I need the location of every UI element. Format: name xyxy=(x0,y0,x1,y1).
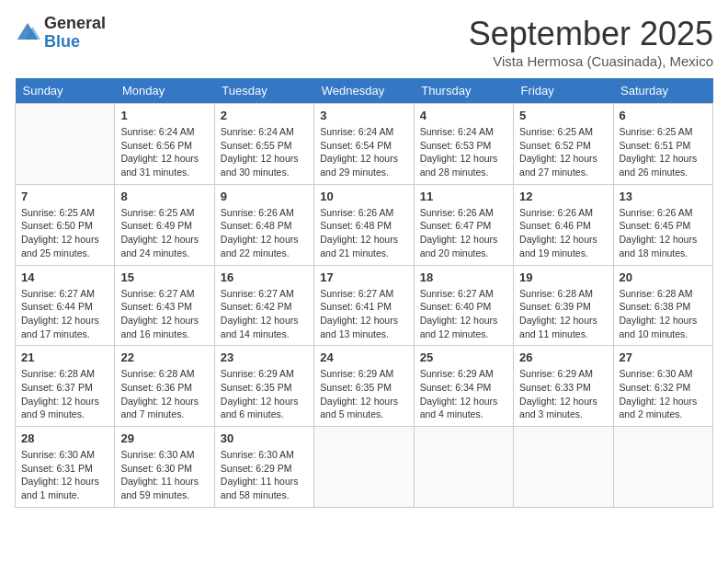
day-number: 4 xyxy=(420,109,507,122)
day-info: Sunrise: 6:29 AM Sunset: 6:35 PM Dayligh… xyxy=(320,367,407,421)
calendar-cell xyxy=(16,104,115,185)
day-number: 13 xyxy=(620,190,707,203)
header-row: SundayMondayTuesdayWednesdayThursdayFrid… xyxy=(16,78,713,104)
day-info: Sunrise: 6:26 AM Sunset: 6:48 PM Dayligh… xyxy=(320,206,407,260)
day-info: Sunrise: 6:30 AM Sunset: 6:30 PM Dayligh… xyxy=(120,448,208,502)
logo-text: General Blue xyxy=(44,15,106,52)
day-number: 3 xyxy=(320,109,407,122)
calendar-cell: 4Sunrise: 6:24 AM Sunset: 6:53 PM Daylig… xyxy=(414,104,513,185)
week-row-1: 7Sunrise: 6:25 AM Sunset: 6:50 PM Daylig… xyxy=(16,184,713,265)
day-info: Sunrise: 6:27 AM Sunset: 6:43 PM Dayligh… xyxy=(120,287,208,341)
day-info: Sunrise: 6:25 AM Sunset: 6:49 PM Dayligh… xyxy=(120,206,208,260)
day-number: 5 xyxy=(519,109,607,122)
day-number: 17 xyxy=(320,270,407,284)
calendar-cell: 29Sunrise: 6:30 AM Sunset: 6:30 PM Dayli… xyxy=(115,427,214,508)
calendar-cell: 12Sunrise: 6:26 AM Sunset: 6:46 PM Dayli… xyxy=(514,184,613,265)
week-row-2: 14Sunrise: 6:27 AM Sunset: 6:44 PM Dayli… xyxy=(16,265,713,346)
month-title: September 2025 xyxy=(469,15,713,53)
week-row-3: 21Sunrise: 6:28 AM Sunset: 6:37 PM Dayli… xyxy=(16,346,713,427)
day-info: Sunrise: 6:28 AM Sunset: 6:39 PM Dayligh… xyxy=(519,287,607,341)
week-row-0: 1Sunrise: 6:24 AM Sunset: 6:56 PM Daylig… xyxy=(16,104,713,185)
calendar-cell: 20Sunrise: 6:28 AM Sunset: 6:38 PM Dayli… xyxy=(613,265,712,346)
header-cell-tuesday: Tuesday xyxy=(214,78,313,104)
logo-general-label: General xyxy=(44,15,106,33)
day-info: Sunrise: 6:26 AM Sunset: 6:45 PM Dayligh… xyxy=(620,206,707,260)
day-number: 7 xyxy=(21,190,108,203)
day-info: Sunrise: 6:24 AM Sunset: 6:55 PM Dayligh… xyxy=(221,125,308,179)
day-info: Sunrise: 6:27 AM Sunset: 6:44 PM Dayligh… xyxy=(21,287,108,341)
logo-icon xyxy=(15,20,40,46)
day-number: 28 xyxy=(21,431,108,445)
calendar-cell: 3Sunrise: 6:24 AM Sunset: 6:54 PM Daylig… xyxy=(314,104,414,185)
day-number: 29 xyxy=(120,431,208,445)
calendar-cell: 26Sunrise: 6:29 AM Sunset: 6:33 PM Dayli… xyxy=(514,346,613,427)
calendar-cell: 6Sunrise: 6:25 AM Sunset: 6:51 PM Daylig… xyxy=(613,104,712,185)
calendar-table: SundayMondayTuesdayWednesdayThursdayFrid… xyxy=(15,78,713,508)
day-number: 25 xyxy=(420,350,507,364)
calendar-cell: 1Sunrise: 6:24 AM Sunset: 6:56 PM Daylig… xyxy=(115,104,214,185)
calendar-cell: 14Sunrise: 6:27 AM Sunset: 6:44 PM Dayli… xyxy=(16,265,115,346)
calendar-cell xyxy=(613,427,712,508)
calendar-cell: 7Sunrise: 6:25 AM Sunset: 6:50 PM Daylig… xyxy=(16,184,115,265)
calendar-cell: 22Sunrise: 6:28 AM Sunset: 6:36 PM Dayli… xyxy=(115,346,214,427)
calendar-cell xyxy=(314,427,414,508)
day-number: 1 xyxy=(120,109,208,122)
day-number: 23 xyxy=(221,350,308,364)
day-number: 16 xyxy=(221,270,308,284)
header-cell-friday: Friday xyxy=(514,78,613,104)
header-cell-thursday: Thursday xyxy=(414,78,513,104)
day-number: 14 xyxy=(21,270,108,284)
day-info: Sunrise: 6:25 AM Sunset: 6:51 PM Dayligh… xyxy=(620,125,707,179)
day-number: 24 xyxy=(320,350,407,364)
header-cell-monday: Monday xyxy=(115,78,214,104)
day-number: 12 xyxy=(519,190,607,203)
calendar-cell xyxy=(514,427,613,508)
calendar-cell: 30Sunrise: 6:30 AM Sunset: 6:29 PM Dayli… xyxy=(214,427,313,508)
day-info: Sunrise: 6:28 AM Sunset: 6:37 PM Dayligh… xyxy=(21,367,108,421)
title-area: September 2025 Vista Hermosa (Cuasinada)… xyxy=(469,15,713,69)
day-info: Sunrise: 6:26 AM Sunset: 6:46 PM Dayligh… xyxy=(519,206,607,260)
day-number: 30 xyxy=(221,431,308,445)
calendar-cell: 10Sunrise: 6:26 AM Sunset: 6:48 PM Dayli… xyxy=(314,184,414,265)
calendar-cell: 8Sunrise: 6:25 AM Sunset: 6:49 PM Daylig… xyxy=(115,184,214,265)
calendar-cell: 21Sunrise: 6:28 AM Sunset: 6:37 PM Dayli… xyxy=(16,346,115,427)
week-row-4: 28Sunrise: 6:30 AM Sunset: 6:31 PM Dayli… xyxy=(16,427,713,508)
calendar-cell: 19Sunrise: 6:28 AM Sunset: 6:39 PM Dayli… xyxy=(514,265,613,346)
day-info: Sunrise: 6:26 AM Sunset: 6:47 PM Dayligh… xyxy=(420,206,507,260)
day-info: Sunrise: 6:24 AM Sunset: 6:56 PM Dayligh… xyxy=(120,125,208,179)
day-info: Sunrise: 6:30 AM Sunset: 6:32 PM Dayligh… xyxy=(620,367,707,421)
calendar-header: SundayMondayTuesdayWednesdayThursdayFrid… xyxy=(16,78,713,104)
day-info: Sunrise: 6:27 AM Sunset: 6:41 PM Dayligh… xyxy=(320,287,407,341)
day-number: 20 xyxy=(620,270,707,284)
day-number: 22 xyxy=(120,350,208,364)
day-number: 21 xyxy=(21,350,108,364)
day-number: 10 xyxy=(320,190,407,203)
calendar-cell: 25Sunrise: 6:29 AM Sunset: 6:34 PM Dayli… xyxy=(414,346,513,427)
calendar-cell: 5Sunrise: 6:25 AM Sunset: 6:52 PM Daylig… xyxy=(514,104,613,185)
header-cell-saturday: Saturday xyxy=(613,78,712,104)
calendar-cell: 16Sunrise: 6:27 AM Sunset: 6:42 PM Dayli… xyxy=(214,265,313,346)
day-number: 2 xyxy=(221,109,308,122)
logo: General Blue xyxy=(15,15,106,52)
day-number: 19 xyxy=(519,270,607,284)
calendar-cell: 9Sunrise: 6:26 AM Sunset: 6:48 PM Daylig… xyxy=(214,184,313,265)
day-info: Sunrise: 6:30 AM Sunset: 6:29 PM Dayligh… xyxy=(221,448,308,502)
day-info: Sunrise: 6:24 AM Sunset: 6:53 PM Dayligh… xyxy=(420,125,507,179)
day-info: Sunrise: 6:29 AM Sunset: 6:34 PM Dayligh… xyxy=(420,367,507,421)
day-info: Sunrise: 6:27 AM Sunset: 6:40 PM Dayligh… xyxy=(420,287,507,341)
header-cell-wednesday: Wednesday xyxy=(314,78,414,104)
day-number: 26 xyxy=(519,350,607,364)
day-info: Sunrise: 6:27 AM Sunset: 6:42 PM Dayligh… xyxy=(221,287,308,341)
day-info: Sunrise: 6:25 AM Sunset: 6:50 PM Dayligh… xyxy=(21,206,108,260)
day-info: Sunrise: 6:28 AM Sunset: 6:36 PM Dayligh… xyxy=(120,367,208,421)
day-number: 8 xyxy=(120,190,208,203)
calendar-cell: 28Sunrise: 6:30 AM Sunset: 6:31 PM Dayli… xyxy=(16,427,115,508)
calendar-cell: 15Sunrise: 6:27 AM Sunset: 6:43 PM Dayli… xyxy=(115,265,214,346)
header-cell-sunday: Sunday xyxy=(16,78,115,104)
day-number: 11 xyxy=(420,190,507,203)
calendar-cell xyxy=(414,427,513,508)
day-info: Sunrise: 6:24 AM Sunset: 6:54 PM Dayligh… xyxy=(320,125,407,179)
calendar-body: 1Sunrise: 6:24 AM Sunset: 6:56 PM Daylig… xyxy=(16,104,713,508)
day-info: Sunrise: 6:28 AM Sunset: 6:38 PM Dayligh… xyxy=(620,287,707,341)
calendar-cell: 2Sunrise: 6:24 AM Sunset: 6:55 PM Daylig… xyxy=(214,104,313,185)
